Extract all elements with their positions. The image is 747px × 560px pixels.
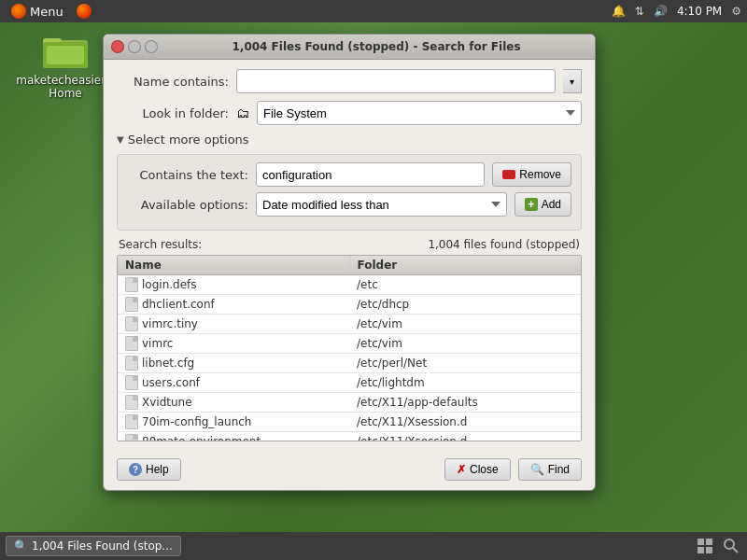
contains-text-input[interactable] bbox=[256, 162, 485, 187]
close-window-button[interactable] bbox=[111, 40, 124, 53]
search-results-label: Search results: bbox=[119, 238, 202, 251]
file-icon bbox=[125, 316, 138, 331]
taskbar-item-label: 1,004 Files Found (stop... bbox=[32, 539, 173, 553]
results-table-header: Name Folder bbox=[118, 256, 581, 275]
contains-text-label: Contains the text: bbox=[127, 168, 248, 182]
file-folder: /etc/X11/Xsession.d bbox=[349, 413, 581, 432]
file-icon bbox=[125, 414, 138, 429]
add-button[interactable]: + Add bbox=[514, 192, 571, 217]
file-name: vimrc.tiny bbox=[142, 317, 198, 330]
file-name: users.conf bbox=[142, 376, 200, 389]
select-more-options-toggle[interactable]: ▼ Select more options bbox=[117, 133, 582, 147]
menu-button[interactable]: Menu bbox=[6, 2, 69, 21]
table-row[interactable]: users.conf /etc/lightdm bbox=[118, 373, 581, 393]
file-folder: /etc/X11/Xsession.d bbox=[349, 432, 581, 442]
settings-icon[interactable]: ⚙ bbox=[731, 5, 741, 18]
remove-label: Remove bbox=[519, 168, 561, 181]
file-folder: /etc/lightdm bbox=[349, 373, 581, 393]
taskbar-search-icon[interactable] bbox=[721, 536, 741, 556]
search-results-count: 1,004 files found (stopped) bbox=[428, 238, 580, 251]
minimize-window-button[interactable] bbox=[128, 40, 141, 53]
results-data-table: login.defs /etc dhclient.conf /etc/dhcp … bbox=[118, 275, 581, 441]
available-options-select[interactable]: Date modified less than bbox=[256, 192, 507, 217]
name-contains-label: Name contains: bbox=[117, 75, 229, 89]
home-folder-label: maketecheasier's Home bbox=[16, 74, 114, 100]
col-folder-header: Folder bbox=[349, 256, 581, 275]
remove-button[interactable]: Remove bbox=[492, 162, 571, 187]
table-row[interactable]: login.defs /etc bbox=[118, 275, 581, 295]
table-row[interactable]: Xvidtune /etc/X11/app-defaults bbox=[118, 393, 581, 413]
maximize-window-button[interactable] bbox=[145, 40, 158, 53]
taskbar-item-icon: 🔍 bbox=[14, 539, 28, 553]
results-table-body: login.defs /etc dhclient.conf /etc/dhcp … bbox=[118, 275, 581, 441]
file-folder: /etc/perl/Net bbox=[349, 354, 581, 373]
col-name-header: Name bbox=[118, 256, 349, 275]
footer-right-buttons: ✗ Close 🔍 Find bbox=[444, 458, 582, 481]
volume-icon: 🔊 bbox=[654, 5, 668, 18]
svg-rect-3 bbox=[47, 46, 84, 64]
name-contains-input[interactable] bbox=[236, 69, 556, 93]
file-icon bbox=[125, 395, 138, 410]
svg-point-8 bbox=[725, 539, 734, 549]
file-name: dhclient.conf bbox=[142, 298, 215, 311]
add-icon: + bbox=[525, 198, 538, 211]
find-button[interactable]: 🔍 Find bbox=[518, 458, 582, 481]
available-options-label: Available options: bbox=[127, 198, 248, 212]
taskbar-task-item[interactable]: 🔍 1,004 Files Found (stop... bbox=[6, 536, 181, 556]
firefox-taskbar-icon[interactable] bbox=[77, 4, 92, 19]
dialog-title: 1,004 Files Found (stopped) - Search for… bbox=[165, 40, 587, 53]
taskbar-right bbox=[695, 536, 741, 556]
close-x-icon: ✗ bbox=[457, 463, 466, 476]
name-contains-dropdown-arrow[interactable]: ▾ bbox=[563, 69, 582, 93]
table-row[interactable]: vimrc.tiny /etc/vim bbox=[118, 315, 581, 334]
close-label: Close bbox=[470, 463, 499, 476]
help-button[interactable]: ? Help bbox=[117, 458, 181, 481]
home-folder-icon[interactable]: maketecheasier's Home bbox=[28, 33, 103, 100]
clock: 4:10 PM bbox=[677, 5, 722, 18]
top-panel: Menu 🔔 ⇅ 🔊 4:10 PM ⚙ bbox=[0, 0, 747, 22]
svg-rect-5 bbox=[706, 539, 712, 545]
find-label: Find bbox=[548, 463, 570, 476]
dialog-content: Name contains: ▾ Look in folder: 🗂 File … bbox=[104, 60, 595, 451]
table-row[interactable]: libnet.cfg /etc/perl/Net bbox=[118, 354, 581, 373]
table-row[interactable]: vimrc /etc/vim bbox=[118, 334, 581, 354]
table-scroll-area[interactable]: login.defs /etc dhclient.conf /etc/dhcp … bbox=[118, 275, 581, 441]
network-icon: ⇅ bbox=[635, 5, 644, 18]
search-dialog: 1,004 Files Found (stopped) - Search for… bbox=[103, 34, 596, 491]
toggle-arrow-icon: ▼ bbox=[117, 134, 124, 145]
results-table: Name Folder bbox=[118, 256, 581, 275]
help-icon: ? bbox=[129, 463, 142, 476]
svg-rect-7 bbox=[706, 547, 712, 553]
look-in-folder-row: Look in folder: 🗂 File System bbox=[117, 101, 582, 125]
file-name: 80mate-environment bbox=[142, 435, 261, 441]
titlebar-buttons bbox=[111, 40, 158, 53]
file-folder: /etc/vim bbox=[349, 315, 581, 334]
close-button[interactable]: ✗ Close bbox=[444, 458, 511, 481]
name-contains-row: Name contains: ▾ bbox=[117, 69, 582, 93]
svg-line-9 bbox=[733, 548, 738, 553]
table-row[interactable]: 80mate-environment /etc/X11/Xsession.d bbox=[118, 432, 581, 442]
menu-label: Menu bbox=[30, 5, 63, 19]
options-section: Contains the text: Remove Available opti… bbox=[117, 154, 582, 231]
file-name: libnet.cfg bbox=[142, 357, 194, 370]
ubuntu-icon bbox=[11, 4, 26, 19]
find-icon: 🔍 bbox=[530, 463, 544, 476]
file-folder: /etc/dhcp bbox=[349, 295, 581, 315]
table-row[interactable]: dhclient.conf /etc/dhcp bbox=[118, 295, 581, 315]
select-more-options-label: Select more options bbox=[128, 133, 249, 147]
file-icon bbox=[125, 277, 138, 292]
table-row[interactable]: 70im-config_launch /etc/X11/Xsession.d bbox=[118, 413, 581, 432]
folder-icon-graphic bbox=[43, 33, 88, 70]
file-name: 70im-config_launch bbox=[142, 415, 251, 428]
taskbar: 🔍 1,004 Files Found (stop... bbox=[0, 532, 747, 560]
file-folder: /etc bbox=[349, 275, 581, 295]
svg-rect-6 bbox=[698, 547, 704, 553]
file-name: Xvidtune bbox=[142, 396, 192, 409]
taskbar-grid-icon[interactable] bbox=[695, 536, 715, 556]
look-in-folder-select[interactable]: File System bbox=[257, 101, 582, 125]
file-icon bbox=[125, 375, 138, 390]
notification-icon: 🔔 bbox=[612, 5, 626, 18]
add-label: Add bbox=[542, 198, 561, 211]
file-folder: /etc/vim bbox=[349, 334, 581, 354]
file-icon bbox=[125, 434, 138, 441]
